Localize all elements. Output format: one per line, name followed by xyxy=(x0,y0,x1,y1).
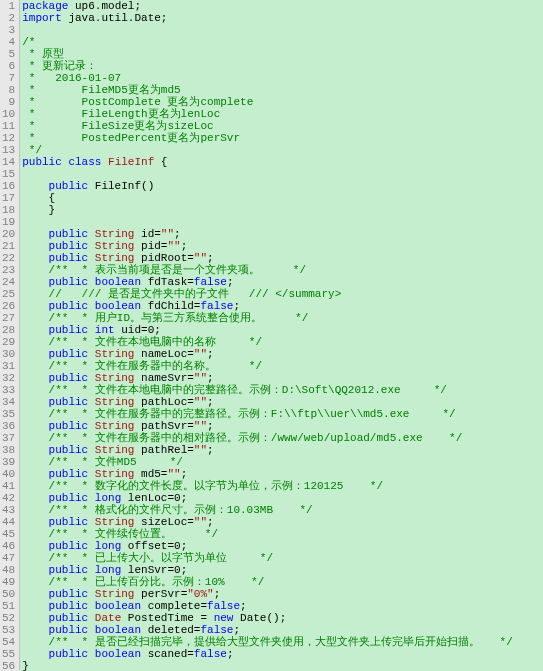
token xyxy=(22,300,48,312)
code-line[interactable]: public long lenSvr=0; xyxy=(22,564,543,576)
code-line[interactable]: public String perSvr="0%"; xyxy=(22,588,543,600)
token xyxy=(22,492,48,504)
token: /** * 文件在服务器中的相对路径。示例：/www/web/upload/md… xyxy=(49,432,463,444)
token: sizeLoc= xyxy=(134,516,193,528)
line-number: 23 xyxy=(2,264,15,276)
token: String xyxy=(95,420,135,432)
token: /* xyxy=(22,36,35,48)
code-line[interactable]: public String id=""; xyxy=(22,228,543,240)
code-line[interactable]: public String pidRoot=""; xyxy=(22,252,543,264)
code-line[interactable]: public String md5=""; xyxy=(22,468,543,480)
code-line[interactable]: * 更新记录： xyxy=(22,60,543,72)
code-line[interactable]: public boolean fdChild=false; xyxy=(22,300,543,312)
token: /** * 表示当前项是否是一个文件夹项。 */ xyxy=(49,264,306,276)
code-line[interactable]: /** * 表示当前项是否是一个文件夹项。 */ xyxy=(22,264,543,276)
code-line[interactable]: * FileMD5更名为md5 xyxy=(22,84,543,96)
code-line[interactable]: public String pid=""; xyxy=(22,240,543,252)
token xyxy=(22,468,48,480)
token xyxy=(88,600,95,612)
code-line[interactable] xyxy=(22,24,543,36)
line-number: 46 xyxy=(2,540,15,552)
code-line[interactable]: public String pathRel=""; xyxy=(22,444,543,456)
token xyxy=(22,180,48,192)
code-line[interactable]: /** * 是否已经扫描完毕，提供给大型文件夹使用，大型文件夹上传完毕后开始扫描… xyxy=(22,636,543,648)
token xyxy=(22,432,48,444)
code-line[interactable]: public long lenLoc=0; xyxy=(22,492,543,504)
code-line[interactable]: public String pathLoc=""; xyxy=(22,396,543,408)
token: ; xyxy=(233,624,240,636)
line-number: 36 xyxy=(2,420,15,432)
token xyxy=(22,396,48,408)
code-line[interactable] xyxy=(22,168,543,180)
token xyxy=(22,360,48,372)
token: boolean xyxy=(95,624,141,636)
code-line[interactable]: public String nameLoc=""; xyxy=(22,348,543,360)
token: "" xyxy=(161,228,174,240)
token: /** * 文件续传位置。 */ xyxy=(49,528,218,540)
code-line[interactable]: public FileInf() xyxy=(22,180,543,192)
code-line[interactable]: } xyxy=(22,660,543,671)
code-line[interactable]: * 原型 xyxy=(22,48,543,60)
token: ; xyxy=(240,600,247,612)
code-line[interactable]: /** * 文件在服务器中的完整路径。示例：F:\\ftp\\uer\\md5.… xyxy=(22,408,543,420)
code-line[interactable]: public String pathSvr=""; xyxy=(22,420,543,432)
code-line[interactable]: /** * 数字化的文件长度。以字节为单位，示例：120125 */ xyxy=(22,480,543,492)
line-number: 50 xyxy=(2,588,15,600)
token xyxy=(22,516,48,528)
token: public xyxy=(49,180,89,192)
code-line[interactable]: * FileSize更名为sizeLoc xyxy=(22,120,543,132)
line-number: 21 xyxy=(2,240,15,252)
line-number: 42 xyxy=(2,492,15,504)
code-line[interactable]: * PostedPercent更名为perSvr xyxy=(22,132,543,144)
token xyxy=(22,324,48,336)
code-line[interactable]: /** * 文件续传位置。 */ xyxy=(22,528,543,540)
token: String xyxy=(95,444,135,456)
code-line[interactable]: public boolean deleted=false; xyxy=(22,624,543,636)
token: public xyxy=(49,300,89,312)
code-line[interactable]: public String sizeLoc=""; xyxy=(22,516,543,528)
code-line[interactable]: /** * 文件在本地电脑中的名称 */ xyxy=(22,336,543,348)
token xyxy=(22,348,48,360)
token: * FileSize更名为sizeLoc xyxy=(22,120,213,132)
code-line[interactable]: // /// 是否是文件夹中的子文件 /// </summary> xyxy=(22,288,543,300)
line-number: 28 xyxy=(2,324,15,336)
code-line[interactable]: /** * 格式化的文件尺寸。示例：10.03MB */ xyxy=(22,504,543,516)
token: String xyxy=(95,372,135,384)
line-number: 17 xyxy=(2,192,15,204)
code-line[interactable]: /** * 文件在本地电脑中的完整路径。示例：D:\Soft\QQ2012.ex… xyxy=(22,384,543,396)
code-area[interactable]: package up6.model;import java.util.Date;… xyxy=(20,0,543,671)
token xyxy=(22,336,48,348)
token: uid=0; xyxy=(115,324,161,336)
code-line[interactable]: public long offset=0; xyxy=(22,540,543,552)
code-line[interactable]: { xyxy=(22,192,543,204)
token: perSvr= xyxy=(134,588,187,600)
code-line[interactable]: /** * 已上传大小。以字节为单位 */ xyxy=(22,552,543,564)
line-number: 30 xyxy=(2,348,15,360)
code-line[interactable]: public int uid=0; xyxy=(22,324,543,336)
code-line[interactable]: public boolean fdTask=false; xyxy=(22,276,543,288)
code-line[interactable]: /** * 已上传百分比。示例：10% */ xyxy=(22,576,543,588)
token: "" xyxy=(194,420,207,432)
code-line[interactable]: * PostComplete 更名为complete xyxy=(22,96,543,108)
code-line[interactable]: } xyxy=(22,204,543,216)
code-line[interactable]: /** * 用户ID。与第三方系统整合使用。 */ xyxy=(22,312,543,324)
code-line[interactable]: public boolean complete=false; xyxy=(22,600,543,612)
token xyxy=(88,252,95,264)
token: String xyxy=(95,252,135,264)
token: "" xyxy=(194,252,207,264)
code-line[interactable]: public boolean scaned=false; xyxy=(22,648,543,660)
code-line[interactable]: public class FileInf { xyxy=(22,156,543,168)
code-line[interactable]: public Date PostedTime = new Date(); xyxy=(22,612,543,624)
code-line[interactable]: * FileLength更名为lenLoc xyxy=(22,108,543,120)
line-number: 51 xyxy=(2,600,15,612)
code-line[interactable]: /** * 文件在服务器中的名称。 */ xyxy=(22,360,543,372)
code-line[interactable]: */ xyxy=(22,144,543,156)
code-line[interactable]: /** * 文件在服务器中的相对路径。示例：/www/web/upload/md… xyxy=(22,432,543,444)
code-line[interactable] xyxy=(22,216,543,228)
code-line[interactable]: import java.util.Date; xyxy=(22,12,543,24)
code-line[interactable]: public String nameSvr=""; xyxy=(22,372,543,384)
code-line[interactable]: /* xyxy=(22,36,543,48)
code-line[interactable]: package up6.model; xyxy=(22,0,543,12)
code-line[interactable]: /** * 文件MD5 */ xyxy=(22,456,543,468)
code-line[interactable]: * 2016-01-07 xyxy=(22,72,543,84)
